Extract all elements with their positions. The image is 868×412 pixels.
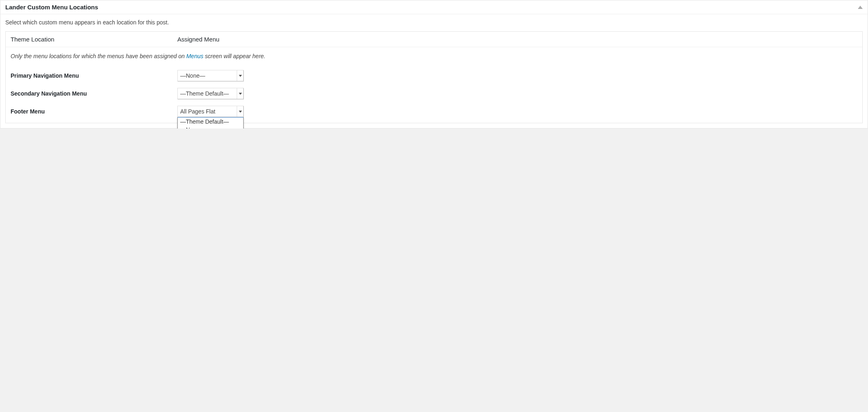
- menu-table: Theme Location Assigned Menu Only the me…: [5, 31, 863, 123]
- collapse-toggle-icon[interactable]: [858, 6, 863, 9]
- menu-row-secondary: Secondary Navigation Menu —Theme Default…: [6, 85, 862, 102]
- primary-menu-select[interactable]: —None—: [177, 70, 244, 81]
- header-assigned-menu: Assigned Menu: [177, 36, 857, 43]
- panel-header: Lander Custom Menu Locations: [0, 0, 868, 14]
- row-label-footer: Footer Menu: [11, 108, 177, 115]
- select-wrap-secondary: —Theme Default—: [177, 88, 244, 99]
- menu-locations-panel: Lander Custom Menu Locations Select whic…: [0, 0, 868, 129]
- row-label-secondary: Secondary Navigation Menu: [11, 90, 177, 97]
- header-theme-location: Theme Location: [11, 36, 177, 43]
- note-row: Only the menu locations for which the me…: [6, 47, 862, 67]
- footer-menu-select[interactable]: All Pages Flat: [177, 106, 244, 117]
- table-header-row: Theme Location Assigned Menu: [6, 32, 862, 47]
- footer-menu-dropdown[interactable]: —Theme Default——None—All PagesAll Pages …: [177, 117, 244, 129]
- row-label-primary: Primary Navigation Menu: [11, 72, 177, 79]
- chevron-down-icon: [237, 70, 243, 81]
- intro-text: Select which custom menu appears in each…: [5, 19, 863, 26]
- menu-row-footer: Footer Menu All Pages Flat —Theme Defaul…: [6, 102, 862, 123]
- chevron-down-icon: [237, 106, 243, 117]
- note-text-pre: Only the menu locations for which the me…: [11, 53, 186, 59]
- note-text-post: screen will appear here.: [203, 53, 266, 59]
- select-wrap-primary: —None—: [177, 70, 244, 81]
- select-value: —None—: [180, 72, 205, 79]
- dropdown-option[interactable]: —None—: [178, 126, 243, 129]
- panel-title: Lander Custom Menu Locations: [5, 4, 98, 11]
- secondary-menu-select[interactable]: —Theme Default—: [177, 88, 244, 99]
- chevron-down-icon: [237, 88, 243, 99]
- menus-link[interactable]: Menus: [186, 53, 203, 59]
- dropdown-option[interactable]: —Theme Default—: [178, 118, 243, 126]
- menu-row-primary: Primary Navigation Menu —None—: [6, 67, 862, 85]
- select-wrap-footer: All Pages Flat —Theme Default——None—All …: [177, 106, 244, 117]
- select-value: All Pages Flat: [180, 108, 215, 115]
- panel-body: Select which custom menu appears in each…: [0, 14, 868, 128]
- select-value: —Theme Default—: [180, 90, 229, 97]
